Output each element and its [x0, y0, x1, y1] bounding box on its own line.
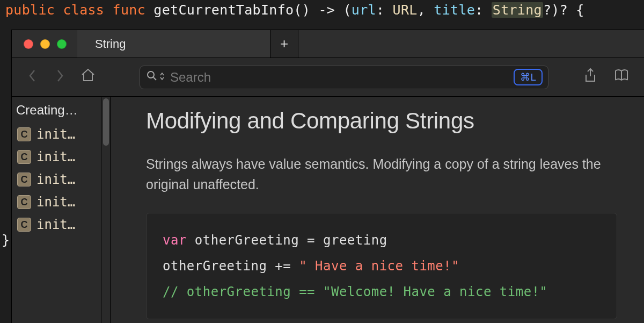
search-input[interactable]	[170, 70, 514, 85]
sidebar-item-label: init…	[36, 149, 75, 164]
traffic-lights	[12, 30, 77, 58]
documentation-body: Modifying and Comparing Strings Strings …	[111, 97, 644, 323]
code-line-3: // otherGreeting == "Welcome! Have a nic…	[163, 279, 601, 305]
sidebar-scrollbar[interactable]	[101, 97, 111, 323]
sidebar-item-init[interactable]: C init…	[12, 168, 101, 191]
search-shortcut-badge: ⌘L	[514, 69, 543, 85]
house-icon	[80, 68, 96, 82]
share-icon	[584, 68, 597, 83]
function-name: getCurrentTabInfo	[153, 2, 294, 18]
content-area: Creating… C init… C init… C init… C init…	[12, 97, 644, 323]
constructor-badge-icon: C	[17, 150, 31, 164]
code-line-1: var otherGreeting = greeting	[163, 227, 601, 253]
svg-point-0	[148, 71, 154, 78]
home-button[interactable]	[80, 68, 96, 86]
search-scope-chevron-icon[interactable]	[159, 72, 165, 82]
type-string-highlighted: String	[492, 2, 543, 18]
editor-code-line: public class func getCurrentTabInfo() ->…	[0, 0, 644, 26]
constructor-badge-icon: C	[17, 195, 31, 209]
zoom-window-button[interactable]	[57, 39, 67, 49]
titlebar: String +	[12, 30, 644, 58]
magnifier-icon	[147, 70, 157, 84]
plus-icon: +	[280, 35, 288, 52]
chevron-right-icon	[56, 69, 64, 83]
param-title: title	[434, 2, 475, 18]
constructor-badge-icon: C	[17, 127, 31, 141]
sidebar-item-label: init…	[36, 195, 75, 210]
forward-button[interactable]	[53, 67, 68, 88]
minimize-window-button[interactable]	[40, 39, 50, 49]
type-url: URL	[393, 2, 418, 18]
sidebar-heading: Creating…	[12, 101, 101, 123]
param-url: url	[352, 2, 376, 18]
back-button[interactable]	[25, 67, 40, 88]
doc-paragraph: Strings always have value semantics. Mod…	[146, 154, 617, 195]
toolbar: ⌘L	[12, 58, 644, 97]
svg-line-1	[153, 77, 156, 80]
sidebar-item-init[interactable]: C init…	[12, 123, 101, 146]
editor-closing-brace: }	[0, 232, 11, 248]
keyword-func: func	[113, 2, 145, 18]
keyword-class: class	[63, 2, 104, 18]
doc-section-title: Modifying and Comparing Strings	[146, 108, 617, 134]
keyword-public: public	[5, 2, 55, 18]
constructor-badge-icon: C	[17, 218, 31, 232]
sidebar-item-label: init…	[36, 172, 75, 187]
constructor-badge-icon: C	[17, 173, 31, 186]
code-example-block: var otherGreeting = greeting otherGreeti…	[146, 213, 617, 319]
sidebar-item-init[interactable]: C init…	[12, 146, 101, 168]
book-icon	[614, 68, 629, 82]
close-window-button[interactable]	[24, 39, 33, 49]
sidebar-item-label: init…	[36, 217, 75, 232]
punct-open: () -> (	[294, 2, 351, 18]
scrollbar-thumb[interactable]	[103, 98, 109, 146]
code-line-2: otherGreeting += " Have a nice time!"	[163, 253, 601, 279]
sidebar-item-label: init…	[36, 127, 75, 142]
bookmarks-button[interactable]	[612, 68, 631, 86]
tab-string[interactable]: String	[77, 30, 270, 58]
sidebar: Creating… C init… C init… C init… C init…	[12, 97, 101, 323]
documentation-window: String + ⌘L	[11, 30, 644, 323]
sidebar-item-init[interactable]: C init…	[12, 213, 101, 236]
tab-title: String	[95, 37, 126, 51]
share-button[interactable]	[582, 68, 599, 87]
new-tab-button[interactable]: +	[270, 30, 298, 58]
search-field-container[interactable]: ⌘L	[140, 66, 548, 89]
chevron-left-icon	[28, 69, 36, 83]
sidebar-item-init[interactable]: C init…	[12, 191, 101, 213]
